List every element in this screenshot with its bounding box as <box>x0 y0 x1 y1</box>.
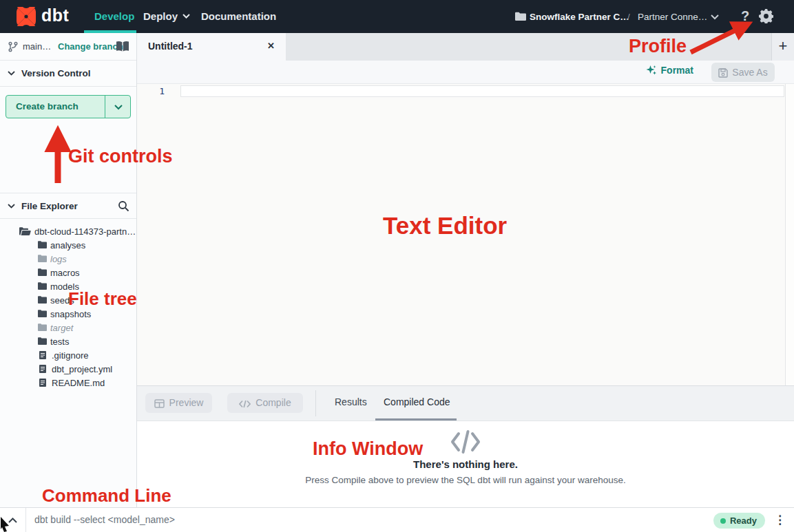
text-editor[interactable]: 1 <box>137 84 794 385</box>
empty-state-title: There's nothing here. <box>137 458 794 470</box>
line-number: 1 <box>155 86 165 96</box>
command-input[interactable]: dbt build --select <model_name> <box>34 514 175 525</box>
editor-toolbar: Format Save As <box>137 61 794 84</box>
close-tab-icon[interactable]: ✕ <box>267 41 275 51</box>
file-icon <box>39 379 46 387</box>
breadcrumb-project[interactable]: Partner Conne… <box>638 12 707 22</box>
nav-deploy[interactable]: Deploy <box>143 10 190 22</box>
editor-scroll-gutter[interactable] <box>785 84 794 385</box>
kebab-menu-icon[interactable]: ⋮ <box>774 513 786 527</box>
help-icon[interactable]: ? <box>741 8 749 24</box>
breadcrumb-separator: / <box>627 12 630 22</box>
version-control-title: Version Control <box>21 68 91 78</box>
tab-title: Untitled-1 <box>148 41 193 52</box>
folder-icon <box>38 310 47 317</box>
tree-item-snapshots[interactable]: snapshots <box>0 307 137 321</box>
chevron-down-icon[interactable] <box>114 105 123 110</box>
tab-compiled-code[interactable]: Compiled Code <box>384 396 450 407</box>
main-area: Untitled-1 ✕ + Format Save As 1 Preview … <box>137 33 794 507</box>
tree-item-project-root[interactable]: dbt-cloud-114373-partn… <box>0 224 137 238</box>
save-as-button[interactable]: Save As <box>711 63 775 82</box>
change-branch-link[interactable]: Change branch <box>58 41 123 52</box>
folder-icon <box>38 323 47 331</box>
tree-item-gitignore[interactable]: .gitignore <box>0 348 137 362</box>
folder-icon <box>38 255 47 262</box>
chevron-down-icon <box>8 71 15 76</box>
folder-open-icon <box>19 227 31 235</box>
info-panel-header: Preview Compile Results Compiled Code <box>137 385 794 421</box>
info-panel-body: There's nothing here. Press Compile abov… <box>137 421 794 507</box>
tree-item-readme[interactable]: README.md <box>0 376 137 390</box>
nav-develop[interactable]: Develop <box>94 10 134 22</box>
sparkle-icon <box>646 65 657 76</box>
dbt-logo-text: dbt <box>41 6 69 25</box>
tab-results[interactable]: Results <box>335 396 367 407</box>
folder-icon <box>38 337 47 345</box>
tree-item-dbt-project-yml[interactable]: dbt_project.yml <box>0 362 137 376</box>
file-icon <box>39 351 46 359</box>
branch-bar: main… Change branch <box>0 33 136 61</box>
chevron-up-icon <box>8 518 17 523</box>
file-explorer-title: File Explorer <box>21 201 78 211</box>
empty-state-subtitle: Press Compile above to preview the SQL d… <box>137 475 794 485</box>
tree-item-tests[interactable]: tests <box>0 334 137 348</box>
status-badge: Ready <box>713 513 765 529</box>
chevron-down-icon <box>182 14 190 19</box>
format-button[interactable]: Format <box>646 65 693 76</box>
folder-icon <box>38 241 47 248</box>
table-icon <box>154 399 165 408</box>
folder-icon <box>515 12 526 21</box>
version-control-section-header[interactable]: Version Control <box>0 61 136 87</box>
create-branch-button[interactable]: Create branch <box>6 95 131 118</box>
tree-item-seeds[interactable]: seeds <box>0 293 137 307</box>
chevron-down-icon <box>8 204 15 209</box>
dbt-cloud-ide: dbt Develop Deploy Documentation Snowfla… <box>0 0 794 532</box>
tree-item-logs[interactable]: logs <box>0 252 137 266</box>
current-branch-label: main… <box>23 41 51 52</box>
tree-item-macros[interactable]: macros <box>0 266 137 279</box>
save-icon <box>718 68 728 78</box>
dbt-logo-icon <box>15 6 37 27</box>
new-tab-button[interactable]: + <box>771 33 794 61</box>
breadcrumb-account[interactable]: Snowflake Partner C… <box>530 12 629 22</box>
tab-untitled-1[interactable]: Untitled-1 ✕ <box>137 33 286 61</box>
active-panel-tab-underline <box>375 418 457 421</box>
folder-icon <box>38 282 47 290</box>
command-line-bar: dbt build --select <model_name> Ready ⋮ <box>0 507 794 532</box>
tree-item-models[interactable]: models <box>0 279 137 293</box>
gear-icon[interactable] <box>759 9 773 23</box>
statusbar-divider <box>25 508 26 532</box>
tree-item-analyses[interactable]: analyses <box>0 238 137 252</box>
button-divider <box>105 96 105 118</box>
editor-tab-bar: Untitled-1 ✕ + <box>137 33 794 61</box>
top-navbar: dbt Develop Deploy Documentation Snowfla… <box>0 0 794 33</box>
compile-button[interactable]: Compile <box>227 393 303 413</box>
search-icon[interactable] <box>118 200 129 212</box>
info-panel: Preview Compile Results Compiled Code Th… <box>137 385 794 507</box>
code-icon <box>239 400 251 408</box>
editor-active-line[interactable] <box>180 85 784 97</box>
code-icon <box>450 429 481 454</box>
panel-header-divider <box>315 390 316 416</box>
file-explorer-section-header[interactable]: File Explorer <box>0 193 136 219</box>
folder-icon <box>38 296 47 304</box>
file-icon <box>39 365 46 373</box>
docs-book-icon[interactable] <box>116 41 129 52</box>
tree-item-target[interactable]: target <box>0 321 137 334</box>
sidebar: main… Change branch Version Control Crea… <box>0 33 137 507</box>
project-chevron-down-icon[interactable] <box>711 14 719 20</box>
git-branch-icon <box>8 41 19 52</box>
create-branch-label: Create branch <box>16 101 79 111</box>
nav-documentation[interactable]: Documentation <box>201 10 276 22</box>
expand-command-bar-button[interactable] <box>0 508 25 532</box>
status-dot <box>720 518 726 524</box>
folder-icon <box>38 268 47 276</box>
preview-button[interactable]: Preview <box>145 393 212 413</box>
